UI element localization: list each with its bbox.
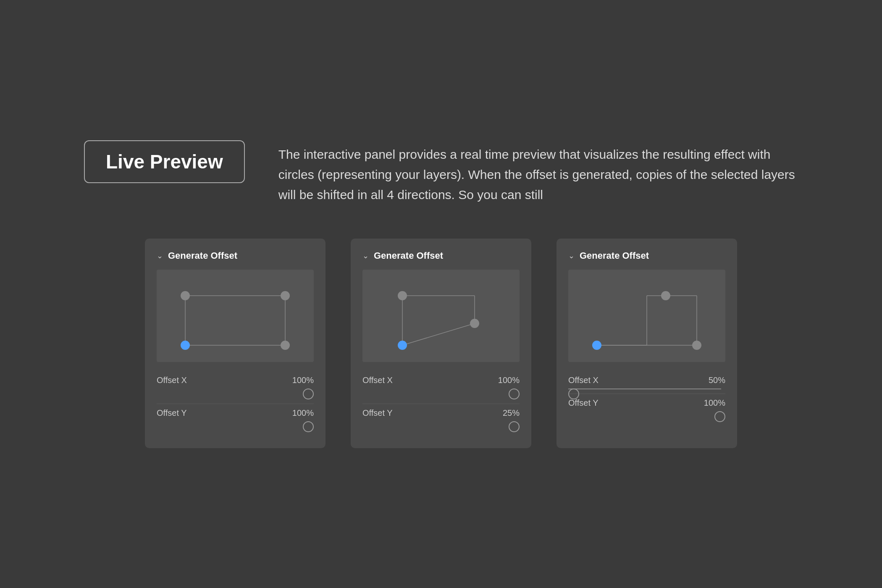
top-section: Live Preview The interactive panel provi… (84, 140, 798, 205)
description-text: The interactive panel provides a real ti… (278, 140, 798, 205)
card-3-offset-y-row: Offset Y 100% (568, 394, 725, 426)
card-3-offset-x-row: Offset X 50% (568, 371, 725, 394)
card-1-preview[interactable] (157, 270, 314, 362)
live-preview-badge: Live Preview (84, 140, 245, 183)
page-container: Live Preview The interactive panel provi… (0, 0, 882, 588)
card-1-offset-y-knob[interactable] (303, 421, 314, 432)
card-3-offset-y-value: 100% (704, 398, 725, 408)
svg-point-5 (281, 291, 290, 300)
card-1-offset-x-value: 100% (292, 375, 314, 385)
card-1-offset-y-value: 100% (292, 408, 314, 418)
svg-point-13 (470, 319, 479, 328)
card-3-offset-x-label: Offset X (568, 375, 598, 385)
card-1-fields: Offset X 100% Offset Y 100% (157, 371, 314, 436)
card-1-title: Generate Offset (168, 250, 237, 261)
svg-point-4 (181, 291, 190, 300)
card-1: ⌄ Generate Offset (145, 239, 326, 448)
chevron-icon-2: ⌄ (362, 251, 369, 260)
live-preview-label: Live Preview (106, 151, 223, 173)
card-2-header: ⌄ Generate Offset (362, 250, 520, 261)
card-3: ⌄ Generate Offset (556, 239, 737, 448)
card-1-offset-y-row: Offset Y 100% (157, 404, 314, 436)
chevron-icon-3: ⌄ (568, 251, 575, 260)
card-2-offset-x-control[interactable] (362, 388, 520, 399)
card-2-fields: Offset X 100% Offset Y 25% (362, 371, 520, 436)
card-2-preview[interactable] (362, 270, 520, 362)
card-2: ⌄ Generate Offset (351, 239, 531, 448)
svg-point-12 (398, 291, 407, 300)
card-2-offset-x-value: 100% (498, 375, 520, 385)
cards-row: ⌄ Generate Offset (84, 239, 798, 448)
svg-point-22 (692, 341, 701, 350)
card-3-fields: Offset X 50% Offset Y 100% (568, 371, 725, 426)
card-2-offset-x-row: Offset X 100% (362, 371, 520, 404)
card-3-offset-y-knob[interactable] (714, 411, 725, 422)
svg-point-7 (281, 341, 290, 350)
card-1-offset-x-row: Offset X 100% (157, 371, 314, 404)
card-3-offset-y-control[interactable] (568, 411, 725, 422)
card-3-offset-x-value: 50% (709, 375, 725, 385)
card-2-offset-y-control[interactable] (362, 421, 520, 432)
card-1-offset-x-knob[interactable] (303, 388, 314, 399)
card-2-offset-y-label: Offset Y (362, 408, 393, 418)
card-1-offset-y-control[interactable] (157, 421, 314, 432)
card-2-title: Generate Offset (374, 250, 443, 261)
card-1-offset-y-label: Offset Y (157, 408, 187, 418)
card-1-offset-x-control[interactable] (157, 388, 314, 399)
card-2-offset-y-knob[interactable] (509, 421, 520, 432)
card-3-preview[interactable] (568, 270, 725, 362)
card-1-header: ⌄ Generate Offset (157, 250, 314, 261)
card-3-offset-x-slider-track[interactable] (568, 388, 721, 389)
card-2-offset-y-value: 25% (503, 408, 520, 418)
svg-point-21 (592, 341, 601, 350)
card-1-offset-x-label: Offset X (157, 375, 187, 385)
card-2-offset-x-label: Offset X (362, 375, 393, 385)
card-2-offset-y-row: Offset Y 25% (362, 404, 520, 436)
card-3-offset-x-control[interactable] (568, 388, 725, 389)
svg-point-20 (661, 291, 670, 300)
card-3-offset-y-label: Offset Y (568, 398, 598, 408)
svg-line-11 (402, 323, 475, 345)
card-3-header: ⌄ Generate Offset (568, 250, 725, 261)
svg-point-14 (398, 341, 407, 350)
card-2-offset-x-knob[interactable] (509, 388, 520, 399)
card-3-offset-x-slider-knob[interactable] (568, 388, 579, 399)
chevron-icon-1: ⌄ (157, 251, 163, 260)
card-3-title: Generate Offset (580, 250, 649, 261)
svg-point-6 (181, 341, 190, 350)
